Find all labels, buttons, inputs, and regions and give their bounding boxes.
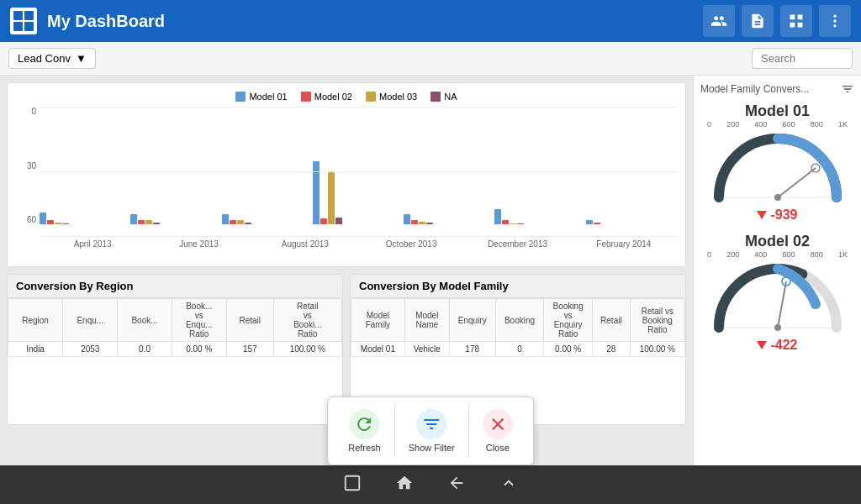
gauge-model02-section: Model 02 02004006008001K bbox=[700, 233, 854, 353]
gauge-panel-header: Model Family Convers... bbox=[700, 82, 854, 96]
bar-2-m1 bbox=[222, 214, 229, 224]
legend-label-model02: Model 02 bbox=[314, 92, 352, 102]
grid-icon-btn[interactable] bbox=[780, 5, 812, 37]
bar-4-m3 bbox=[419, 222, 425, 224]
svg-point-2 bbox=[833, 24, 836, 27]
search-input[interactable] bbox=[752, 48, 853, 69]
menu-nav-icon[interactable] bbox=[499, 474, 518, 496]
bar-group-5 bbox=[494, 209, 585, 224]
bar-1-m1 bbox=[130, 214, 137, 224]
col-region: Region bbox=[8, 299, 63, 342]
more-icon-btn[interactable] bbox=[819, 5, 851, 37]
bar-group-2 bbox=[222, 214, 313, 224]
person-icon-btn[interactable] bbox=[703, 5, 735, 37]
legend-dot-model02 bbox=[301, 92, 311, 102]
gauge-model01-labels: 02004006008001K bbox=[700, 120, 854, 129]
region-table-panel: Conversion By Region Region Enqu... Book… bbox=[7, 274, 343, 425]
legend-label-model03: Model 03 bbox=[379, 92, 417, 102]
svg-line-9 bbox=[778, 281, 786, 328]
col-retail-booking-ratio: Retail vsBookingRatio bbox=[630, 299, 684, 342]
bar-6-m1 bbox=[586, 220, 593, 224]
y-axis: 60 30 0 bbox=[16, 107, 40, 224]
cell-retail: 157 bbox=[226, 342, 273, 357]
bar-2-m2 bbox=[230, 220, 236, 224]
svg-rect-11 bbox=[346, 475, 360, 490]
bar-0-m1 bbox=[40, 213, 46, 224]
gauge-model02-svg bbox=[700, 260, 854, 336]
chevron-down-icon: ▼ bbox=[76, 52, 87, 65]
home-nav-icon[interactable] bbox=[395, 474, 414, 496]
filter-icon[interactable] bbox=[841, 82, 854, 96]
x-label-3: October 2013 bbox=[358, 239, 464, 249]
cell-booking-enq-ratio: 0.00 % bbox=[544, 342, 593, 357]
x-label-5: February 2014 bbox=[571, 239, 677, 249]
col-book: Book... bbox=[118, 299, 172, 342]
popup-menu: Refresh Show Filter Close bbox=[327, 396, 534, 465]
bar-0-m3 bbox=[55, 223, 61, 224]
popup-refresh-item[interactable]: Refresh bbox=[335, 404, 395, 458]
action-bar bbox=[0, 465, 861, 504]
svg-point-0 bbox=[833, 15, 836, 18]
app-logo bbox=[10, 8, 37, 34]
bar-1-na bbox=[153, 223, 160, 224]
bar-2-na bbox=[245, 223, 251, 224]
cell-book-enq-ratio: 0.00 % bbox=[172, 342, 226, 357]
cell-book: 0.0 bbox=[118, 342, 172, 357]
bar-5-na bbox=[517, 223, 524, 224]
bar-6-m2 bbox=[594, 223, 600, 224]
gauge-model01-title: Model 01 bbox=[700, 102, 854, 120]
bar-3-m3 bbox=[328, 172, 335, 224]
popup-filter-item[interactable]: Show Filter bbox=[395, 404, 469, 458]
popup-close-item[interactable]: Close bbox=[469, 404, 526, 458]
model-table-header-row: ModelFamily ModelName Enquiry Booking Bo… bbox=[351, 299, 685, 342]
gauge-model01-section: Model 01 02004006008001K bbox=[700, 102, 854, 223]
region-table: Region Enqu... Book... Book...vsEnqu...R… bbox=[8, 298, 342, 357]
bar-group-1 bbox=[130, 214, 221, 224]
bar-4-m1 bbox=[404, 214, 410, 224]
cell-booking: 0 bbox=[495, 342, 544, 357]
bar-3-na bbox=[335, 218, 342, 224]
toolbar: Lead Conv ▼ bbox=[0, 42, 861, 76]
bar-5-m2 bbox=[502, 220, 509, 224]
filter-label: Show Filter bbox=[409, 443, 455, 453]
model-table: ModelFamily ModelName Enquiry Booking Bo… bbox=[351, 298, 685, 357]
triangle-down-icon-2 bbox=[757, 341, 767, 349]
svg-line-5 bbox=[778, 168, 816, 197]
legend-label-na: NA bbox=[444, 92, 457, 102]
bar-group-6 bbox=[586, 220, 677, 224]
legend-label-model01: Model 01 bbox=[249, 92, 287, 102]
region-table-header-row: Region Enqu... Book... Book...vsEnqu...R… bbox=[8, 299, 342, 342]
bar-5-m3 bbox=[510, 223, 516, 224]
col-retail2: Retail bbox=[593, 299, 631, 342]
cell-retail2: 28 bbox=[593, 342, 631, 357]
back-nav-icon[interactable] bbox=[447, 474, 466, 496]
document-icon-btn[interactable] bbox=[742, 5, 774, 37]
col-model-family: ModelFamily bbox=[351, 299, 405, 342]
gauge-panel-title: Model Family Convers... bbox=[700, 83, 809, 95]
legend-model03: Model 03 bbox=[366, 92, 417, 102]
header-right bbox=[703, 5, 851, 37]
bar-group-0 bbox=[40, 213, 130, 224]
bar-5-m1 bbox=[494, 209, 501, 224]
x-label-0: April 2013 bbox=[40, 239, 145, 249]
legend-dot-model03 bbox=[366, 92, 376, 102]
bar-2-m3 bbox=[237, 220, 244, 224]
x-label-2: August 2013 bbox=[252, 239, 358, 249]
app-title: My DashBoard bbox=[47, 12, 165, 31]
model-table-title: Conversion By Model Family bbox=[351, 275, 685, 298]
x-label-1: June 2013 bbox=[145, 239, 251, 249]
square-nav-icon[interactable] bbox=[343, 474, 362, 496]
lead-conv-dropdown[interactable]: Lead Conv ▼ bbox=[8, 48, 96, 69]
bar-0-na bbox=[62, 223, 69, 224]
bar-1-m2 bbox=[138, 220, 145, 224]
x-label-4: December 2013 bbox=[464, 239, 570, 249]
table-row: India 2053 0.0 0.00 % 157 100.00 % bbox=[8, 342, 342, 357]
col-retail-book-ratio: RetailvsBooki...Ratio bbox=[273, 299, 341, 342]
col-enqu: Enqu... bbox=[63, 299, 118, 342]
gauge-model02-labels: 02004006008001K bbox=[700, 250, 854, 259]
x-labels: April 2013 June 2013 August 2013 October… bbox=[40, 237, 677, 249]
gauge-panel: Model Family Convers... Model 01 0200400… bbox=[693, 76, 861, 465]
bar-3-m2 bbox=[320, 218, 327, 224]
triangle-down-icon bbox=[757, 211, 767, 219]
col-enquiry: Enquiry bbox=[449, 299, 495, 342]
